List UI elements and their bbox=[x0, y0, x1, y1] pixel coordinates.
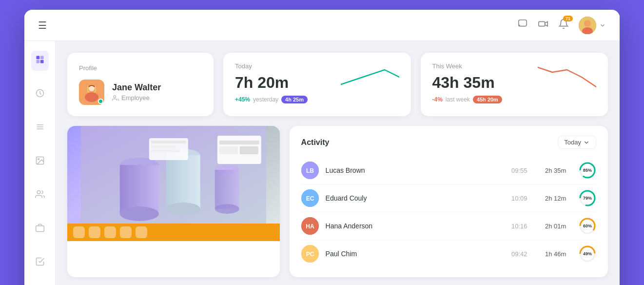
profile-role: Employee bbox=[112, 94, 161, 102]
notification-badge: 71 bbox=[563, 16, 573, 21]
user-avatar bbox=[579, 17, 596, 34]
week-value: 43h 35m bbox=[432, 74, 502, 92]
svg-rect-40 bbox=[151, 141, 186, 143]
activity-time-3: 09:42 bbox=[511, 250, 538, 258]
week-badge: 45h 20m bbox=[473, 96, 502, 103]
profile-name: Jane Walter bbox=[112, 82, 161, 93]
today-value: 7h 20m bbox=[235, 74, 308, 92]
activity-progress-1: 79% bbox=[579, 189, 596, 207]
profile-role-label: Employee bbox=[121, 94, 150, 102]
activity-row: EC Eduard Couly 10:09 2h 12m 79% bbox=[301, 184, 596, 212]
activity-name-0: Lucas Brown bbox=[326, 166, 505, 174]
activity-time-1: 10:09 bbox=[511, 195, 538, 202]
activity-row: LB Lucas Brown 09:55 2h 35m 85% bbox=[301, 157, 596, 184]
svg-rect-36 bbox=[219, 141, 259, 144]
screenshot-card bbox=[67, 126, 280, 277]
activity-row: HA Hana Anderson 10:16 2h 01m 60% bbox=[301, 212, 596, 240]
sidebar-item-tasks[interactable] bbox=[31, 253, 49, 273]
week-period: last week bbox=[446, 96, 470, 103]
sidebar-item-gallery[interactable] bbox=[31, 152, 49, 172]
video-icon[interactable] bbox=[538, 19, 548, 32]
activity-filter-label: Today bbox=[564, 139, 581, 146]
week-title: This Week bbox=[432, 62, 502, 70]
topbar-right: 71 bbox=[517, 17, 606, 34]
svg-rect-42 bbox=[151, 150, 180, 152]
bottom-row: Activity Today LB Lucas Brown 0 bbox=[67, 126, 608, 277]
svg-rect-37 bbox=[219, 146, 238, 154]
profile-card: Profile bbox=[67, 53, 214, 116]
chat-icon[interactable] bbox=[517, 19, 528, 32]
week-stat-left: This Week 43h 35m -4% last week 45h 20m bbox=[432, 62, 502, 103]
svg-rect-16 bbox=[36, 226, 44, 232]
profile-info: Jane Walter Employee bbox=[79, 80, 202, 105]
sidebar-item-list[interactable] bbox=[31, 118, 49, 138]
activity-name-3: Paul Chim bbox=[326, 250, 505, 258]
taskbar-app-2 bbox=[89, 226, 100, 238]
svg-rect-30 bbox=[166, 155, 200, 209]
today-stat-left: Today 7h 20m +45% yesterday 4h 25m bbox=[235, 62, 308, 103]
activity-time-0: 09:55 bbox=[511, 167, 538, 174]
activity-progress-2: 60% bbox=[579, 217, 596, 235]
notification-icon[interactable]: 71 bbox=[558, 19, 569, 32]
svg-rect-33 bbox=[215, 170, 239, 209]
profile-details: Jane Walter Employee bbox=[112, 82, 161, 102]
progress-label-0: 85% bbox=[579, 162, 596, 179]
sidebar bbox=[24, 41, 56, 285]
today-card: Today 7h 20m +45% yesterday 4h 25m 0,45 … bbox=[223, 53, 411, 116]
week-chart bbox=[538, 62, 596, 92]
activity-avatar-0: LB bbox=[301, 162, 319, 179]
svg-point-23 bbox=[85, 92, 98, 102]
svg-rect-5 bbox=[36, 56, 39, 60]
svg-rect-7 bbox=[36, 60, 39, 63]
app-window: ☰ 71 bbox=[24, 10, 620, 285]
sidebar-item-time[interactable] bbox=[31, 84, 49, 104]
activity-progress-3: 49% bbox=[579, 245, 596, 263]
svg-point-34 bbox=[215, 204, 239, 214]
week-change: -4% bbox=[432, 96, 443, 103]
activity-header: Activity Today bbox=[301, 136, 596, 149]
svg-text:PC: PC bbox=[306, 251, 314, 258]
taskbar-app-4 bbox=[120, 226, 132, 238]
activity-avatar-2: HA bbox=[301, 217, 319, 235]
today-chart: 0,45 30,35 60,25 90,15 120,30 bbox=[341, 62, 399, 92]
activity-name-1: Eduard Couly bbox=[326, 194, 505, 202]
activity-avatar-3: PC bbox=[301, 245, 319, 263]
svg-rect-6 bbox=[40, 56, 43, 60]
filter-chevron-icon bbox=[583, 139, 590, 146]
sidebar-item-projects[interactable] bbox=[31, 219, 49, 239]
today-title: Today bbox=[235, 62, 308, 70]
profile-label: Profile bbox=[79, 64, 202, 72]
taskbar-app-5 bbox=[136, 226, 147, 238]
today-change: +45% bbox=[235, 96, 250, 103]
svg-rect-8 bbox=[40, 60, 43, 63]
svg-text:HA: HA bbox=[306, 223, 314, 230]
chevron-down-icon bbox=[599, 22, 606, 29]
content-area: Profile bbox=[56, 41, 620, 285]
svg-text:LB: LB bbox=[306, 167, 314, 174]
user-avatar-button[interactable] bbox=[579, 17, 606, 34]
progress-label-1: 79% bbox=[579, 189, 596, 207]
week-card-inner: This Week 43h 35m -4% last week 45h 20m bbox=[432, 62, 597, 103]
svg-rect-38 bbox=[240, 146, 258, 154]
svg-point-3 bbox=[584, 20, 591, 27]
menu-button[interactable]: ☰ bbox=[38, 20, 47, 31]
topbar: ☰ 71 bbox=[24, 10, 620, 41]
sidebar-item-team[interactable] bbox=[31, 185, 49, 205]
employee-icon bbox=[112, 95, 119, 102]
activity-duration-0: 2h 35m bbox=[545, 167, 572, 174]
activity-progress-0: 85% bbox=[579, 162, 596, 179]
activity-title: Activity bbox=[301, 138, 330, 147]
svg-point-28 bbox=[120, 206, 159, 221]
activity-filter-button[interactable]: Today bbox=[558, 136, 596, 149]
profile-avatar-wrapper bbox=[79, 80, 104, 105]
activity-avatar-1: EC bbox=[301, 189, 319, 207]
today-meta: +45% yesterday 4h 25m bbox=[235, 96, 308, 103]
sidebar-item-dashboard[interactable] bbox=[31, 51, 49, 71]
svg-point-14 bbox=[38, 159, 39, 160]
main-layout: Profile bbox=[24, 41, 620, 285]
activity-name-2: Hana Anderson bbox=[326, 222, 505, 230]
svg-point-15 bbox=[37, 191, 40, 194]
progress-label-2: 60% bbox=[579, 217, 596, 235]
activity-duration-3: 1h 46m bbox=[545, 250, 572, 258]
svg-point-24 bbox=[114, 95, 116, 98]
